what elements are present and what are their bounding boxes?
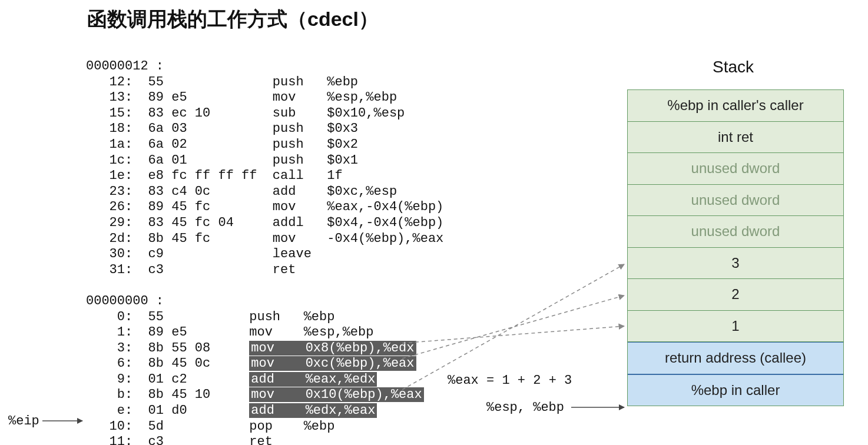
stack-diagram: %ebp in caller's callerint retunused dwo… xyxy=(627,89,844,406)
annotation-esp-ebp: %esp, %ebp xyxy=(486,400,564,415)
stack-cell: return address (callee) xyxy=(628,342,843,374)
stack-cell: 2 xyxy=(628,279,843,311)
stack-cell: 3 xyxy=(628,248,843,280)
stack-cell: unused dword xyxy=(628,216,843,248)
page-title: 函数调用栈的工作方式（cdecl） xyxy=(87,6,379,33)
stack-cell: unused dword xyxy=(628,153,843,185)
stack-title: Stack xyxy=(713,58,754,77)
eip-label: %eip xyxy=(8,414,39,429)
stack-cell: int ret xyxy=(628,122,843,154)
stack-cell: 1 xyxy=(628,311,843,343)
annotation-eax: %eax = 1 + 2 + 3 xyxy=(448,373,572,388)
stack-cell: %ebp in caller xyxy=(628,374,843,406)
stack-cell: unused dword xyxy=(628,185,843,217)
stack-cell: %ebp in caller's caller xyxy=(628,90,843,122)
disassembly-listing: 00000012 : 12: 55 push %ebp 13: 89 e5 mo… xyxy=(86,59,443,445)
